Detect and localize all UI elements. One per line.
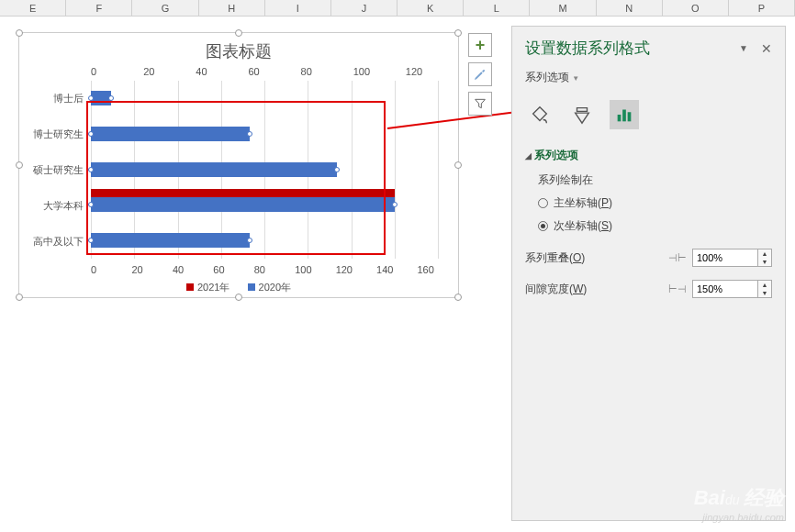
radio-icon bbox=[538, 221, 548, 231]
tick: 0 bbox=[91, 66, 143, 77]
chart-styles-button[interactable] bbox=[468, 62, 492, 86]
col-header[interactable]: E bbox=[0, 0, 66, 16]
bar-2020[interactable] bbox=[91, 162, 337, 177]
watermark: Baidu 经验 jingyan.baidu.com bbox=[694, 484, 784, 523]
tick: 120 bbox=[336, 264, 376, 275]
col-header[interactable]: H bbox=[199, 0, 265, 16]
chart-elements-button[interactable]: + bbox=[468, 33, 492, 57]
format-data-series-pane: 设置数据系列格式 ▼ ✕ 系列选项 ▼ 系列选项 系列绘制在 主坐标轴(P) 次… bbox=[511, 26, 786, 521]
col-header[interactable]: N bbox=[597, 0, 663, 16]
col-header[interactable]: G bbox=[132, 0, 198, 16]
bar-2020[interactable] bbox=[91, 197, 395, 212]
col-header[interactable]: P bbox=[729, 0, 795, 16]
series-options-icon[interactable] bbox=[610, 100, 639, 129]
tick: 60 bbox=[248, 66, 300, 77]
col-header[interactable]: J bbox=[331, 0, 398, 16]
tick: 0 bbox=[91, 264, 131, 275]
gap-width-input[interactable] bbox=[692, 280, 758, 298]
col-header[interactable]: I bbox=[265, 0, 331, 16]
pane-options-dropdown[interactable]: ▼ bbox=[739, 43, 748, 53]
col-header[interactable]: O bbox=[663, 0, 729, 16]
y-label: 硕士研究生 bbox=[33, 163, 84, 177]
tick: 100 bbox=[353, 66, 406, 77]
secondary-x-axis[interactable]: 0 20 40 60 80 100 120 bbox=[19, 66, 458, 77]
y-label: 博士研究生 bbox=[33, 127, 84, 141]
legend-item-2021[interactable]: 2021年 bbox=[186, 281, 230, 294]
close-icon[interactable]: ✕ bbox=[761, 41, 772, 56]
series-overlap-label: 系列重叠(O) bbox=[525, 250, 668, 266]
spinner[interactable]: ▲▼ bbox=[758, 280, 772, 298]
primary-axis-radio[interactable]: 主坐标轴(P) bbox=[512, 192, 785, 215]
secondary-axis-radio[interactable]: 次坐标轴(S) bbox=[512, 215, 785, 238]
tick: 160 bbox=[418, 264, 458, 275]
series-overlap-input[interactable] bbox=[692, 249, 758, 267]
col-header[interactable]: L bbox=[464, 0, 530, 16]
fill-line-icon[interactable] bbox=[525, 100, 554, 129]
tick: 80 bbox=[301, 66, 353, 77]
chart-object[interactable]: 图表标题 0 20 40 60 80 100 120 博士后 博士研究生 硕士研… bbox=[18, 32, 459, 298]
y-label: 高中及以下 bbox=[33, 234, 84, 248]
category-axis[interactable]: 博士后 博士研究生 硕士研究生 大学本科 高中及以下 bbox=[19, 81, 91, 259]
series-options-section[interactable]: 系列选项 bbox=[512, 142, 785, 169]
slider-icon[interactable]: ⊢⊣ bbox=[668, 283, 687, 295]
tick: 20 bbox=[143, 66, 196, 77]
col-header[interactable]: M bbox=[530, 0, 596, 16]
legend-item-2020[interactable]: 2020年 bbox=[248, 281, 291, 294]
plot-on-label: 系列绘制在 bbox=[512, 169, 785, 192]
tick: 40 bbox=[173, 264, 213, 275]
effects-icon[interactable] bbox=[567, 100, 597, 129]
col-header[interactable]: F bbox=[66, 0, 132, 16]
tick: 120 bbox=[406, 66, 458, 77]
tick: 140 bbox=[376, 264, 417, 275]
pane-title: 设置数据系列格式 bbox=[525, 38, 733, 59]
bar-2020[interactable] bbox=[91, 127, 250, 141]
gap-width-label: 间隙宽度(W) bbox=[525, 282, 668, 297]
tick: 60 bbox=[213, 264, 253, 275]
tick: 100 bbox=[295, 264, 335, 275]
tick: 80 bbox=[254, 264, 295, 275]
chart-title[interactable]: 图表标题 bbox=[19, 33, 458, 66]
chart-side-tools: + bbox=[468, 33, 492, 121]
spinner[interactable]: ▲▼ bbox=[758, 249, 772, 267]
column-headers: E F G H I J K L M N O P bbox=[0, 0, 795, 17]
svg-rect-2 bbox=[618, 115, 621, 121]
plot-area[interactable] bbox=[91, 81, 438, 259]
tick: 40 bbox=[196, 66, 248, 77]
primary-x-axis[interactable]: 0 20 40 60 80 100 120 140 160 bbox=[19, 264, 458, 275]
col-header[interactable]: K bbox=[398, 0, 464, 16]
chart-filter-button[interactable] bbox=[468, 92, 492, 116]
slider-icon[interactable]: ⊣⊢ bbox=[668, 252, 687, 264]
bar-2020[interactable] bbox=[91, 233, 250, 248]
y-label: 博士后 bbox=[53, 92, 84, 105]
y-label: 大学本科 bbox=[43, 198, 84, 212]
svg-rect-4 bbox=[628, 112, 632, 121]
tick: 20 bbox=[131, 264, 172, 275]
series-options-dropdown[interactable]: 系列选项 ▼ bbox=[512, 66, 785, 94]
radio-icon bbox=[538, 198, 548, 208]
bar-2020[interactable] bbox=[91, 91, 111, 105]
svg-rect-3 bbox=[622, 110, 626, 122]
